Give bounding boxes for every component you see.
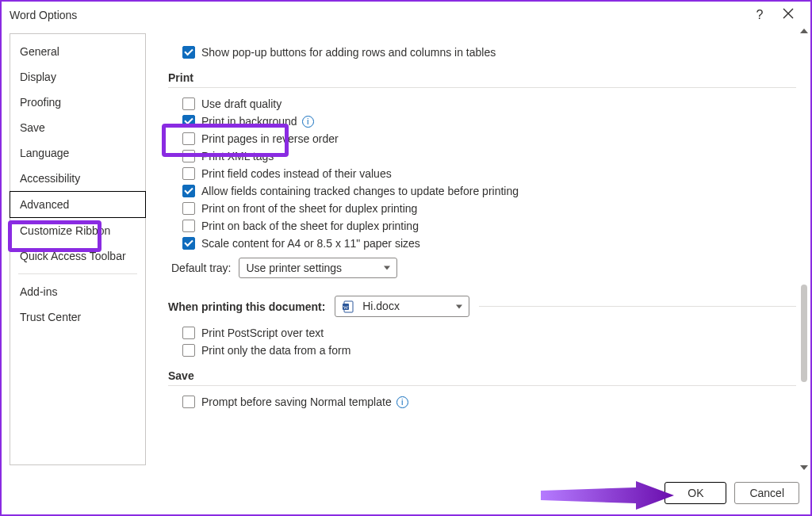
sidebar-item-label: Advanced <box>20 198 69 211</box>
svg-text:W: W <box>343 304 349 311</box>
option-print-xml[interactable]: Print XML tags <box>182 150 796 162</box>
option-label: Print in background <box>201 115 297 128</box>
checkbox[interactable] <box>182 167 195 180</box>
option-draft-quality[interactable]: Use draft quality <box>182 97 796 110</box>
sidebar-item-general[interactable]: General <box>10 39 145 64</box>
titlebar: Word Options ? <box>2 2 810 27</box>
option-label: Print on front of the sheet for duplex p… <box>201 202 417 215</box>
options-content: Show pop-up buttons for adding rows and … <box>151 33 809 465</box>
option-data-only[interactable]: Print only the data from a form <box>182 344 796 357</box>
sidebar-item-customize-ribbon[interactable]: Customize Ribbon <box>10 218 145 243</box>
checkbox[interactable] <box>182 237 195 250</box>
sidebar-item-proofing[interactable]: Proofing <box>10 90 145 115</box>
option-label: Print field codes instead of their value… <box>201 167 392 180</box>
sidebar-item-accessibility[interactable]: Accessibility <box>10 166 145 191</box>
option-popup-table-buttons[interactable]: Show pop-up buttons for adding rows and … <box>182 46 796 59</box>
sidebar-item-label: Language <box>20 147 69 159</box>
cancel-button[interactable]: Cancel <box>734 482 799 504</box>
button-label: Cancel <box>749 487 784 499</box>
section-title-print: Print <box>168 71 796 84</box>
option-label: Print XML tags <box>201 150 274 162</box>
document-select[interactable]: W Hi.docx <box>335 296 469 317</box>
option-tracked-changes[interactable]: Allow fields containing tracked changes … <box>182 185 796 197</box>
checkbox[interactable] <box>182 115 195 128</box>
checkbox[interactable] <box>182 396 195 408</box>
section-title-save: Save <box>168 369 796 382</box>
checkbox[interactable] <box>182 97 195 110</box>
sidebar-item-label: Proofing <box>20 96 61 109</box>
default-tray-select[interactable]: Use printer settings <box>239 258 397 278</box>
scroll-down-icon[interactable] <box>800 465 808 470</box>
sidebar-item-language[interactable]: Language <box>10 140 145 166</box>
checkbox[interactable] <box>182 46 195 59</box>
option-label: Print on back of the sheet for duplex pr… <box>201 220 419 232</box>
option-scale-a4[interactable]: Scale content for A4 or 8.5 x 11" paper … <box>182 237 796 250</box>
default-tray-label: Default tray: <box>171 262 231 274</box>
checkbox[interactable] <box>182 327 195 339</box>
section-rule <box>479 306 796 307</box>
option-duplex-front[interactable]: Print on front of the sheet for duplex p… <box>182 202 796 215</box>
category-sidebar: General Display Proofing Save Language A… <box>10 33 146 465</box>
sidebar-item-label: Trust Center <box>20 311 81 323</box>
sidebar-item-label: Quick Access Toolbar <box>20 250 126 262</box>
sidebar-item-label: Display <box>20 71 56 83</box>
option-label: Allow fields containing tracked changes … <box>201 185 519 197</box>
sidebar-item-trust-center[interactable]: Trust Center <box>10 304 145 330</box>
button-label: OK <box>688 487 703 499</box>
close-icon[interactable] <box>774 8 802 22</box>
sidebar-item-addins[interactable]: Add-ins <box>10 279 145 304</box>
option-label: Scale content for A4 or 8.5 x 11" paper … <box>201 237 420 250</box>
window-title: Word Options <box>10 9 745 21</box>
checkbox[interactable] <box>182 150 195 162</box>
scroll-thumb[interactable] <box>801 285 807 382</box>
section-title-doc: When printing this document: <box>168 300 325 313</box>
sidebar-item-label: Accessibility <box>20 172 80 185</box>
option-label: Use draft quality <box>201 97 282 110</box>
checkbox[interactable] <box>182 185 195 197</box>
dialog-footer: OK Cancel <box>2 472 810 514</box>
sidebar-item-label: General <box>20 45 59 58</box>
sidebar-item-label: Customize Ribbon <box>20 224 110 237</box>
checkbox[interactable] <box>182 220 195 232</box>
help-icon[interactable]: ? <box>745 8 774 22</box>
scroll-up-icon[interactable] <box>800 29 808 33</box>
option-label: Print only the data from a form <box>201 344 350 357</box>
checkbox[interactable] <box>182 132 195 145</box>
option-prompt-normal[interactable]: Prompt before saving Normal template i <box>182 396 796 408</box>
option-label: Print PostScript over text <box>201 327 324 339</box>
info-icon[interactable]: i <box>396 396 408 408</box>
option-label: Prompt before saving Normal template <box>201 396 392 408</box>
sidebar-item-label: Save <box>20 121 45 134</box>
option-field-codes[interactable]: Print field codes instead of their value… <box>182 167 796 180</box>
default-tray-row: Default tray: Use printer settings <box>171 258 796 278</box>
checkbox[interactable] <box>182 344 195 357</box>
option-reverse-order[interactable]: Print pages in reverse order <box>182 132 796 145</box>
option-duplex-back[interactable]: Print on back of the sheet for duplex pr… <box>182 220 796 232</box>
option-postscript[interactable]: Print PostScript over text <box>182 327 796 339</box>
option-label: Show pop-up buttons for adding rows and … <box>201 46 496 59</box>
word-doc-icon: W <box>342 300 354 313</box>
ok-button[interactable]: OK <box>665 482 726 504</box>
checkbox[interactable] <box>182 202 195 215</box>
section-rule <box>168 385 796 386</box>
select-value: Hi.docx <box>362 300 400 312</box>
select-value: Use printer settings <box>246 262 342 274</box>
option-label: Print pages in reverse order <box>201 132 339 145</box>
scrollbar[interactable] <box>799 29 809 470</box>
sidebar-item-quick-access[interactable]: Quick Access Toolbar <box>10 243 145 269</box>
sidebar-item-advanced[interactable]: Advanced <box>10 191 146 218</box>
sidebar-item-display[interactable]: Display <box>10 64 145 90</box>
info-icon[interactable]: i <box>302 116 314 128</box>
sidebar-separator <box>18 273 137 274</box>
sidebar-item-label: Add-ins <box>20 285 57 298</box>
section-rule <box>168 87 796 88</box>
section-when-printing-doc: When printing this document: W Hi.docx <box>168 296 796 317</box>
sidebar-item-save[interactable]: Save <box>10 115 145 140</box>
option-print-background[interactable]: Print in background i <box>182 115 796 128</box>
